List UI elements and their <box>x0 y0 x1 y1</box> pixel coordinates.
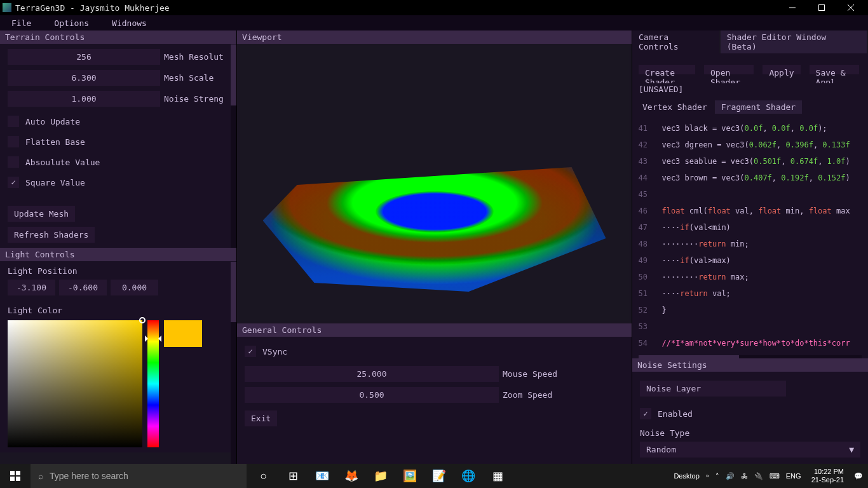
taskbar-clock[interactable]: 10:22 PM 21-Sep-21 <box>808 468 848 484</box>
noise-settings-title[interactable]: Noise Settings <box>632 358 868 372</box>
chevron-down-icon: ▼ <box>849 445 854 454</box>
minimize-button[interactable] <box>778 0 807 15</box>
tab-camera-controls[interactable]: Camera Controls <box>632 30 719 53</box>
zoom-speed-input[interactable]: 0.500 <box>245 387 499 403</box>
create-shader-button[interactable]: Create Shader <box>639 65 695 74</box>
save-apply-shader-button[interactable]: Save & Appl <box>810 65 859 74</box>
window-titlebar: TerraGen3D - Jaysmito Mukherjee <box>0 0 868 15</box>
desktop-label[interactable]: Desktop <box>674 472 699 480</box>
noise-strength-input[interactable]: 1.000 <box>8 91 160 107</box>
start-button[interactable] <box>0 464 31 488</box>
terrain-controls-title[interactable]: Terrain Controls <box>0 30 236 44</box>
close-button[interactable] <box>836 0 865 15</box>
mail-icon[interactable]: 📧 <box>308 464 337 488</box>
color-picker[interactable] <box>8 320 229 447</box>
language-indicator[interactable]: ENG <box>786 472 801 480</box>
light-pos-x-input[interactable]: -3.100 <box>8 280 55 295</box>
terrain-render <box>263 114 606 292</box>
noise-type-select[interactable]: Random ▼ <box>640 442 860 458</box>
noise-layer-button[interactable]: Noise Layer <box>640 381 786 396</box>
window-title: TerraGen3D - Jaysmito Mukherjee <box>15 3 170 13</box>
light-position-label: Light Position <box>8 266 229 276</box>
maximize-button[interactable] <box>807 0 836 15</box>
photos-icon[interactable]: 🖼️ <box>395 464 424 488</box>
color-hue-bar[interactable] <box>147 320 159 447</box>
auto-update-checkbox[interactable] <box>8 116 19 127</box>
mouse-speed-label: Mouse Speed <box>503 369 624 379</box>
flatten-base-checkbox[interactable] <box>8 136 19 147</box>
terrain-scrollbar[interactable] <box>231 44 236 248</box>
search-icon: ⌕ <box>38 471 43 481</box>
explorer-icon[interactable]: 📁 <box>366 464 395 488</box>
vsync-checkbox[interactable] <box>245 346 256 357</box>
volume-icon[interactable]: 🔊 <box>726 472 735 480</box>
exit-button[interactable]: Exit <box>245 410 277 426</box>
taskbar-search-input[interactable]: ⌕ Type here to search <box>31 464 247 488</box>
light-color-label: Light Color <box>8 306 229 315</box>
tray-chevron-icon[interactable]: ˄ <box>715 472 719 480</box>
light-scrollbar[interactable] <box>231 262 236 464</box>
menubar: File Options Widnows <box>0 15 868 30</box>
terragen-taskbar-icon[interactable]: ▦ <box>483 464 512 488</box>
search-placeholder: Type here to search <box>50 471 128 481</box>
sublime-icon[interactable]: 📝 <box>424 464 454 488</box>
svg-rect-0 <box>819 5 825 11</box>
light-pos-y-input[interactable]: -0.600 <box>59 280 107 295</box>
noise-strength-label: Noise Streng <box>164 94 229 104</box>
svg-rect-1 <box>10 471 15 475</box>
svg-rect-3 <box>10 477 15 481</box>
mesh-resolution-label: Mesh Resolut <box>164 52 229 62</box>
refresh-shaders-button[interactable]: Refresh Shaders <box>8 227 95 243</box>
code-scrollbar-h[interactable] <box>639 355 862 358</box>
viewport-title[interactable]: Viewport <box>237 30 632 44</box>
mesh-scale-label: Mesh Scale <box>164 73 229 83</box>
auto-update-label: Auto Update <box>25 117 80 126</box>
general-controls-title[interactable]: General Controls <box>237 323 632 337</box>
noise-enabled-checkbox[interactable] <box>640 408 651 419</box>
power-icon[interactable]: 🔌 <box>754 472 763 480</box>
tab-shader-editor[interactable]: Shader Editor Window (Beta) <box>721 30 867 53</box>
svg-rect-4 <box>16 477 20 481</box>
mesh-scale-input[interactable]: 6.300 <box>8 70 160 86</box>
windows-taskbar: ⌕ Type here to search ○ ⊞ 📧 🦊 📁 🖼️ 📝 🌐 ▦… <box>0 464 868 488</box>
chrome-icon[interactable]: 🌐 <box>454 464 483 488</box>
square-value-label: Square Value <box>25 178 85 187</box>
light-pos-z-input[interactable]: 0.000 <box>111 280 158 295</box>
shader-unsaved-label: [UNSAVED] <box>632 83 868 100</box>
svg-rect-2 <box>16 471 20 475</box>
noise-enabled-label: Enabled <box>658 409 693 419</box>
tray-expand-icon[interactable]: » <box>706 473 709 479</box>
notifications-icon[interactable]: 💬 <box>854 472 863 480</box>
taskview-icon[interactable]: ⊞ <box>278 464 308 488</box>
absolute-value-label: Absoulute Value <box>25 158 100 167</box>
network-icon[interactable]: 🖧 <box>741 472 748 480</box>
menu-windows[interactable]: Widnows <box>107 17 152 29</box>
keyboard-icon[interactable]: ⌨ <box>770 472 780 480</box>
shader-code-editor[interactable]: 41 vec3 black = vec3(0.0f, 0.0f, 0.0f); … <box>632 114 868 353</box>
flatten-base-label: Flatten Base <box>25 137 85 147</box>
mouse-speed-input[interactable]: 25.000 <box>245 366 499 382</box>
menu-options[interactable]: Options <box>49 17 94 29</box>
mesh-resolution-input[interactable]: 256 <box>8 49 160 65</box>
light-controls-title[interactable]: Light Controls <box>0 248 236 261</box>
taskbar-time: 10:22 PM <box>811 468 844 476</box>
menu-file[interactable]: File <box>6 17 36 29</box>
open-shader-button[interactable]: Open Shader <box>704 65 754 74</box>
app-icon <box>3 3 11 12</box>
color-sv-handle[interactable] <box>139 317 146 323</box>
taskbar-date: 21-Sep-21 <box>811 476 844 484</box>
noise-type-value: Random <box>646 445 676 454</box>
viewport-canvas[interactable] <box>240 46 629 321</box>
tab-vertex-shader[interactable]: Vertex Shader <box>636 100 714 114</box>
noise-type-label: Noise Type <box>640 428 860 438</box>
absolute-value-checkbox[interactable] <box>8 156 19 168</box>
color-sv-box[interactable] <box>8 320 142 447</box>
apply-shader-button[interactable]: Apply <box>763 65 800 74</box>
square-value-checkbox[interactable] <box>8 177 19 188</box>
update-mesh-button[interactable]: Update Mesh <box>8 206 75 222</box>
zoom-speed-label: Zoom Speed <box>503 390 624 400</box>
firefox-icon[interactable]: 🦊 <box>337 464 366 488</box>
cortana-icon[interactable]: ○ <box>249 464 278 488</box>
tab-fragment-shader[interactable]: Fragment Shader <box>715 100 802 114</box>
vsync-label: VSync <box>262 347 287 356</box>
